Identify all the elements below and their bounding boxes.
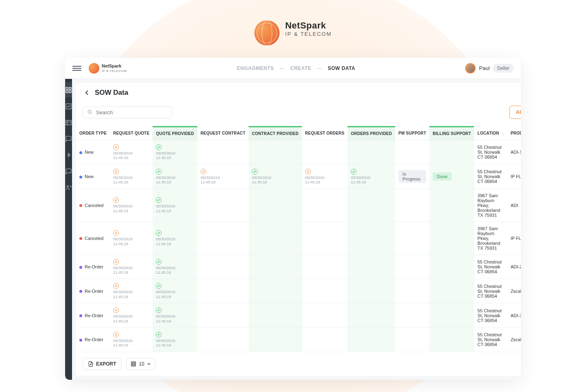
brand-name: NetSpark <box>285 20 332 31</box>
col-order_type[interactable]: ORDER TYPE <box>76 127 110 140</box>
brand-tagline: IP & TELECOM <box>285 31 332 37</box>
crumb-engagements[interactable]: ENGAGMENTS <box>237 65 274 71</box>
svg-point-7 <box>88 110 91 113</box>
brand-tagline-small: IP & TELECOM <box>102 69 127 73</box>
col-quote_provided[interactable]: QUOTE PROVIDED <box>153 127 197 140</box>
sidebar-item-users[interactable] <box>65 180 72 195</box>
sidebar-item-messages[interactable] <box>65 163 72 179</box>
app-window: NetSparkIP & TELECOM ENGAGMENTS — CREATE… <box>65 58 521 380</box>
col-request_orders[interactable]: REQUEST ORDERS <box>302 127 348 140</box>
user-block[interactable]: Paul Seller <box>465 63 514 74</box>
user-name: Paul <box>479 65 490 71</box>
page-title: SOW Data <box>95 89 128 97</box>
avatar <box>465 63 476 74</box>
table-row[interactable]: New 05/30/201911:45:18 05/30/201911:45:1… <box>76 140 521 165</box>
svg-point-6 <box>67 185 68 187</box>
topbar: NetSparkIP & TELECOM ENGAGMENTS — CREATE… <box>65 58 521 79</box>
crumb-sep: — <box>317 65 322 71</box>
user-role: Seller <box>493 64 514 73</box>
globe-icon <box>254 20 280 46</box>
table-row[interactable]: Canceled 05/30/201911:45:18 05/30/201911… <box>76 222 521 255</box>
sidebar-item-dashboard[interactable] <box>65 82 72 98</box>
sidebar-item-chat[interactable] <box>65 131 72 146</box>
search-input[interactable] <box>96 109 168 115</box>
table-row[interactable]: Re-Order 05/30/201911:45:18 05/30/201911… <box>76 279 521 303</box>
chevron-down-icon <box>147 362 151 366</box>
table-row[interactable]: Re-Order 05/30/201911:45:18 05/30/201911… <box>76 255 521 279</box>
sow-table: ORDER TYPEREQUEST QUOTEQUOTE PROVIDEDREQ… <box>76 126 521 352</box>
hamburger-icon[interactable] <box>72 66 81 71</box>
search-box[interactable] <box>83 107 172 118</box>
add-product-button[interactable]: ADD PRODUCT <box>509 106 521 119</box>
file-icon <box>88 361 94 367</box>
col-billing_support[interactable]: BILLING SUPPORT <box>429 127 474 140</box>
page-size-value: 10 <box>139 361 144 367</box>
table-row[interactable]: Canceled 05/30/201911:45:18 05/30/201911… <box>76 189 521 222</box>
crumb-create[interactable]: CREATE <box>291 65 311 71</box>
grid-icon <box>131 361 136 367</box>
svg-rect-1 <box>69 87 71 89</box>
sidebar <box>65 79 72 380</box>
sidebar-item-analytics[interactable] <box>65 98 72 114</box>
crumb-sep: — <box>280 65 285 71</box>
col-request_contract[interactable]: REQUEST CONTRACT <box>197 127 249 140</box>
col-contract_provided[interactable]: CONTRACT PROVIDED <box>249 127 302 140</box>
sidebar-item-tables[interactable] <box>65 115 72 130</box>
search-icon <box>87 109 93 115</box>
table-row[interactable]: New 05/30/201911:45:18 05/30/201911:45:1… <box>76 164 521 189</box>
svg-rect-0 <box>66 87 68 89</box>
globe-icon <box>89 63 99 74</box>
table-row[interactable]: Re-Order 05/30/201911:45:18 05/30/201911… <box>76 327 521 352</box>
svg-rect-3 <box>69 90 71 92</box>
svg-rect-2 <box>66 90 68 92</box>
col-request_quote[interactable]: REQUEST QUOTE <box>110 127 153 140</box>
breadcrumb: ENGAGMENTS — CREATE — SOW DATA <box>127 65 466 71</box>
table-row[interactable]: Re-Order 05/30/201911:45:18 05/30/201911… <box>76 303 521 328</box>
col-orders_provided[interactable]: ORDERS PROVIDED <box>348 127 395 140</box>
svg-rect-8 <box>131 362 136 366</box>
crumb-sow-data[interactable]: SOW DATA <box>328 65 355 71</box>
app-logo[interactable]: NetSparkIP & TELECOM <box>89 63 127 74</box>
col-location[interactable]: LOCATION ↓ <box>474 127 507 140</box>
hero-logo: NetSpark IP & TELECOM <box>0 0 586 58</box>
export-label: EXPORT <box>96 361 116 367</box>
svg-rect-5 <box>66 120 71 124</box>
brand-name-small: NetSpark <box>102 63 127 68</box>
col-product[interactable]: PRODUCT <box>507 127 521 140</box>
back-button[interactable] <box>83 89 91 97</box>
col-pm_support[interactable]: PM SUPPORT <box>395 127 429 140</box>
export-button[interactable]: EXPORT <box>83 358 121 370</box>
sidebar-item-billing[interactable] <box>65 147 72 163</box>
page-size-select[interactable]: 10 <box>126 358 155 370</box>
